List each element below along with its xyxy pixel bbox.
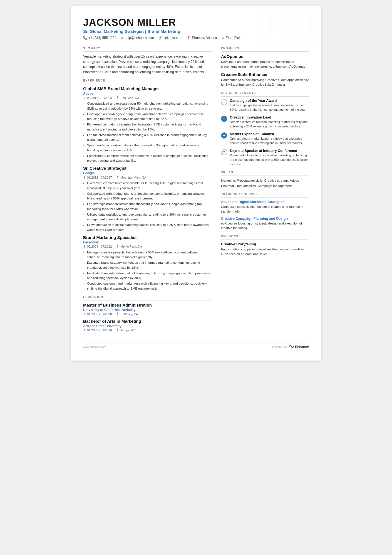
projects-divider bbox=[221, 51, 309, 52]
right-column: PROJECTS AdOptimus Developed an open-sou… bbox=[221, 47, 309, 337]
project-title-creativesuite: CreativeSuite Enhancer bbox=[221, 72, 309, 77]
bullet-item: Managed creative projects that achieved … bbox=[87, 250, 212, 260]
summary-section: SUMMARY Versatile marketing strategist w… bbox=[83, 47, 212, 75]
contact-location: 📍 Phoenix, Arizona bbox=[187, 36, 217, 40]
projects-section: PROJECTS AdOptimus Developed an open-sou… bbox=[221, 47, 309, 87]
job-meta-google: 🗓 08/2012 - 04/2017 📍 Mountain View, CA bbox=[83, 176, 212, 179]
project-desc-adoptimus: Developed an open-source project for opt… bbox=[221, 60, 309, 69]
achievement-title-keynote: Keynote Speaker at Industry Conference bbox=[230, 149, 309, 153]
skills-section: SKILLS Marketing, Presentation skills, C… bbox=[221, 171, 309, 188]
edu-school-mba: University of California, Berkeley bbox=[83, 308, 212, 312]
achievement-desc-innovation: Directed a creative rebrand, boosting ma… bbox=[230, 120, 309, 129]
training-label: TRAINING / COURSES bbox=[221, 193, 309, 196]
email-text: help@enhancv.com bbox=[125, 36, 154, 40]
candidate-name: JACKSON MILLER bbox=[83, 17, 309, 28]
contact-bar: 📞 +1-(234)-555-1234 ✉ help@enhancv.com 🔗… bbox=[83, 36, 309, 40]
job-dates-adobe: 🗓 05/2017 - 09/2023 bbox=[83, 96, 112, 100]
edu-location-ba: 📍 Tempe, AZ bbox=[116, 329, 135, 332]
bullet-item: Spearheaded a creative initiative that r… bbox=[87, 143, 212, 153]
edu-ba: Bachelor of Arts in Marketing Arizona St… bbox=[83, 319, 212, 332]
job-location-google: 📍 Mountain View, CA bbox=[116, 176, 146, 179]
achievement-desc-keynote: Presented a keynote on innovative market… bbox=[230, 153, 309, 167]
achievement-icon-expansion: ♥ bbox=[221, 132, 227, 139]
job-meta-facebook: 🗓 06/2008 - 07/2012 📍 Menlo Park, CA bbox=[83, 245, 212, 248]
job-title-google: Sr. Creative Strategist bbox=[83, 166, 212, 171]
achievement-innovation-lead: ✓ Creative Innovation Lead Directed a cr… bbox=[221, 115, 309, 129]
job-location-facebook: 📍 Menlo Park, CA bbox=[116, 245, 142, 248]
achievement-campaign-award: ♡ Campaign of the Year Award Led a campa… bbox=[221, 99, 309, 112]
location-text: Phoenix, Arizona bbox=[192, 36, 217, 40]
candidate-subtitle: Sr. Global Marketing Strategist | Brand … bbox=[83, 29, 309, 34]
job-location-adobe: 📍 San Jose, CA bbox=[116, 96, 139, 100]
job-company-adobe: Adobe bbox=[83, 92, 212, 95]
contact-phone: 📞 +1-(234)-555-1234 bbox=[83, 36, 116, 40]
star-icon: ☆ bbox=[222, 36, 225, 40]
extra-text: Extra Field bbox=[226, 36, 242, 40]
header: JACKSON MILLER Sr. Global Marketing Stra… bbox=[83, 17, 309, 44]
calendar-icon: 🗓 bbox=[83, 312, 86, 316]
achievements-divider bbox=[221, 96, 309, 97]
calendar-icon: 🗓 bbox=[83, 176, 86, 179]
achievement-market-expansion: ♥ Market Expansion Catalyst Orchestrated… bbox=[221, 132, 309, 145]
edu-mba: Master of Business Administration Univer… bbox=[83, 303, 212, 316]
job-company-facebook: Facebook bbox=[83, 240, 212, 244]
passion-desc: Enjoy crafting compelling narratives tha… bbox=[221, 247, 309, 256]
edu-dates-ba: 🗓 01/2002 - 01/2006 bbox=[83, 329, 112, 332]
achievement-content-expansion: Market Expansion Catalyst Orchestrated a… bbox=[230, 132, 309, 145]
job-bullets-facebook: Managed creative projects that achieved … bbox=[83, 250, 212, 291]
experience-section: EXPERIENCE Global SMB Brand Marketing Ma… bbox=[83, 79, 212, 291]
linkedin-icon: 🔗 bbox=[158, 36, 163, 40]
bullet-item: Conducted customer and market research i… bbox=[87, 281, 212, 291]
bullet-item: Established a comprehensive set of metri… bbox=[87, 154, 212, 163]
calendar-icon: 🗓 bbox=[83, 245, 86, 248]
training-desc-advanced: Coursera's specialization on digital cha… bbox=[221, 204, 309, 214]
footer: www.enhancv.com Powered by Enhancv bbox=[83, 342, 309, 349]
left-column: SUMMARY Versatile marketing strategist w… bbox=[83, 47, 212, 337]
calendar-icon: 🗓 bbox=[83, 96, 86, 100]
bullet-item: Collaborated with product teams to devel… bbox=[87, 191, 212, 201]
education-section: EDUCATION Master of Business Administrat… bbox=[83, 295, 212, 332]
job-bullets-adobe: Conceptualized and executed over 50 mult… bbox=[83, 101, 212, 163]
bullet-item: Oversaw a creative team responsible for … bbox=[87, 181, 212, 191]
job-facebook: Brand Marketing Specialist Facebook 🗓 06… bbox=[83, 235, 212, 291]
summary-label: SUMMARY bbox=[83, 47, 212, 50]
bullet-item: Led strategic brand initiatives that suc… bbox=[87, 202, 212, 211]
achievement-desc-campaign: Led a campaign that increased brand expo… bbox=[230, 103, 309, 112]
job-company-google: Google bbox=[83, 171, 212, 175]
job-meta-adobe: 🗓 05/2017 - 09/2023 📍 San Jose, CA bbox=[83, 96, 212, 100]
pin-icon: 📍 bbox=[116, 96, 120, 100]
passions-divider bbox=[221, 240, 309, 240]
calendar-icon: 🗓 bbox=[83, 329, 86, 332]
achievement-title-innovation: Creative Innovation Lead bbox=[230, 115, 309, 119]
passion-title: Creative Storytelling bbox=[221, 242, 309, 246]
phone-text: +1-(234)-555-1234 bbox=[88, 36, 116, 40]
training-desc-creative: edX course focusing on strategic design … bbox=[221, 221, 309, 230]
job-title-facebook: Brand Marketing Specialist bbox=[83, 235, 212, 240]
passions-label: PASSIONS bbox=[221, 235, 309, 238]
education-divider bbox=[83, 300, 212, 300]
skills-text: Marketing, Presentation skills, Creative… bbox=[221, 178, 309, 188]
summary-divider bbox=[83, 51, 212, 52]
achievement-title-campaign: Campaign of the Year Award bbox=[230, 99, 309, 103]
enhancv-logo-icon bbox=[289, 345, 294, 349]
achievement-icon-keynote: ⚑ bbox=[221, 149, 227, 155]
bullet-item: Utilized data analytics to improve campa… bbox=[87, 212, 212, 222]
phone-icon: 📞 bbox=[83, 36, 87, 40]
pin-icon: 📍 bbox=[116, 329, 120, 332]
job-dates-facebook: 🗓 06/2008 - 07/2012 bbox=[83, 245, 112, 248]
training-advanced-digital: Advanced Digital Marketing Strategies Co… bbox=[221, 200, 309, 214]
email-icon: ✉ bbox=[121, 36, 123, 40]
edu-location-mba: 📍 Berkeley, CA bbox=[116, 312, 138, 316]
bullet-item: Conceptualized and executed over 50 mult… bbox=[87, 101, 212, 111]
education-label: EDUCATION bbox=[83, 295, 212, 299]
brand-name: Enhancv bbox=[295, 345, 309, 349]
skills-label: SKILLS bbox=[221, 171, 309, 174]
job-bullets-google: Oversaw a creative team responsible for … bbox=[83, 181, 212, 232]
bullet-item: Pioneered campaign strategies that integ… bbox=[87, 122, 212, 132]
achievement-title-expansion: Market Expansion Catalyst bbox=[230, 132, 309, 136]
project-creativesuite: CreativeSuite Enhancer Contributed to a … bbox=[221, 72, 309, 87]
skills-divider bbox=[221, 176, 309, 176]
bullet-item: Executed brand strategy workshops that i… bbox=[87, 260, 212, 270]
edu-degree-ba: Bachelor of Arts in Marketing bbox=[83, 319, 212, 324]
project-title-adoptimus: AdOptimus bbox=[221, 54, 309, 59]
